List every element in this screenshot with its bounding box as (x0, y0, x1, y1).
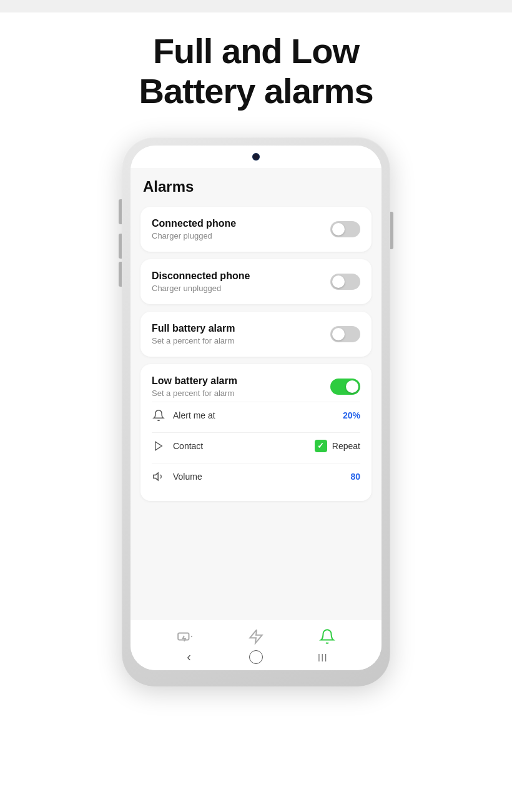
bell-icon (152, 408, 165, 422)
contact-label: Contact (173, 441, 203, 451)
volume-left: Volume (152, 470, 202, 483)
toggle-knob (332, 223, 345, 235)
back-button[interactable]: ‹ (182, 650, 196, 664)
disconnected-phone-text: Disconnected phone Charger unplugged (152, 270, 250, 293)
card-connected-phone: Connected phone Charger plugged (140, 207, 372, 252)
nav-charging-icon[interactable] (177, 628, 193, 645)
volume-label: Volume (173, 472, 202, 482)
card-full-battery: Full battery alarm Set a percent for ala… (140, 312, 372, 357)
nav-lightning-icon[interactable] (248, 628, 264, 645)
setting-row-connected: Connected phone Charger plugged (152, 218, 360, 240)
low-battery-toggle[interactable] (330, 379, 360, 395)
alert-me-left: Alert me at (152, 408, 215, 422)
phone-screen: Alarms Connected phone Charger plugged (130, 146, 382, 670)
repeat-label: Repeat (332, 441, 360, 451)
repeat-checkbox[interactable]: ✓ (315, 440, 327, 452)
setting-row-disconnected: Disconnected phone Charger unplugged (152, 270, 360, 293)
check-mark-icon: ✓ (317, 442, 324, 450)
contact-left: Contact (152, 439, 203, 453)
low-battery-label: Low battery alarm (152, 375, 237, 387)
phone-topbar (130, 146, 382, 168)
card-disconnected-phone: Disconnected phone Charger unplugged (140, 259, 372, 304)
nav-icons-row (130, 620, 382, 650)
recents-button[interactable]: ||| (316, 650, 330, 664)
svg-marker-0 (155, 442, 162, 450)
volume-row[interactable]: Volume 80 (152, 463, 360, 490)
repeat-container: ✓ Repeat (315, 440, 360, 452)
toggle-knob (332, 275, 345, 288)
full-battery-sublabel: Set a percent for alarm (152, 336, 235, 345)
disconnected-phone-label: Disconnected phone (152, 270, 250, 282)
bottom-nav: ‹ ||| (130, 620, 382, 670)
full-battery-text: Full battery alarm Set a percent for ala… (152, 323, 235, 345)
connected-phone-text: Connected phone Charger plugged (152, 218, 236, 240)
toggle-knob (332, 328, 345, 340)
full-battery-label: Full battery alarm (152, 323, 235, 334)
setting-row-low-battery: Low battery alarm Set a percent for alar… (152, 375, 360, 398)
nav-bell-icon[interactable] (319, 628, 335, 645)
android-nav: ‹ ||| (130, 650, 382, 670)
volume-icon (152, 470, 165, 483)
svg-marker-1 (154, 473, 159, 480)
home-button[interactable] (249, 650, 263, 664)
connected-phone-label: Connected phone (152, 218, 236, 229)
connected-phone-toggle[interactable] (330, 221, 360, 237)
screen-content: Alarms Connected phone Charger plugged (130, 168, 382, 620)
alert-me-value: 20% (343, 410, 360, 420)
volume-value: 80 (350, 472, 360, 482)
setting-row-full-battery: Full battery alarm Set a percent for ala… (152, 323, 360, 345)
page-wrapper: Full and Low Battery alarms Alarms Conne… (0, 12, 512, 812)
disconnected-phone-sublabel: Charger unplugged (152, 284, 250, 293)
alert-me-label: Alert me at (173, 410, 215, 420)
low-battery-text: Low battery alarm Set a percent for alar… (152, 375, 237, 398)
connected-phone-sublabel: Charger plugged (152, 231, 236, 240)
low-battery-sublabel: Set a percent for alarm (152, 389, 237, 398)
screen-title: Alarms (140, 178, 372, 196)
full-battery-toggle[interactable] (330, 326, 360, 342)
page-title: Full and Low Battery alarms (139, 31, 373, 112)
card-low-battery: Low battery alarm Set a percent for alar… (140, 364, 372, 501)
phone-shell: Alarms Connected phone Charger plugged (122, 137, 390, 686)
disconnected-phone-toggle[interactable] (330, 274, 360, 290)
play-icon (152, 439, 165, 453)
camera-dot (252, 153, 260, 161)
toggle-knob (346, 380, 358, 393)
contact-row[interactable]: Contact ✓ Repeat (152, 432, 360, 459)
alert-me-row[interactable]: Alert me at 20% (152, 402, 360, 428)
